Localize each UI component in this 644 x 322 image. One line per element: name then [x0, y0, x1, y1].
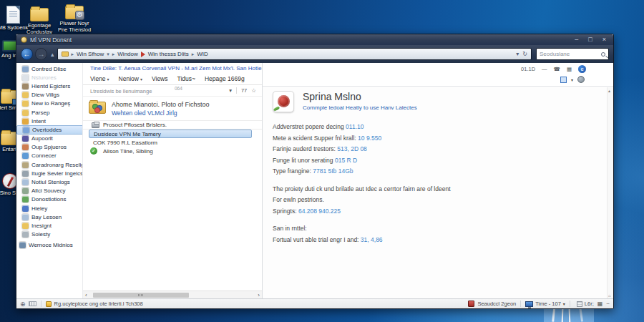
breadcrumb-segment[interactable]: Win Sfhow	[77, 51, 104, 57]
menu-item[interactable]: Viene▾	[90, 75, 109, 82]
sidebar-item[interactable]: Donostlotions	[16, 195, 82, 204]
globe-icon[interactable]	[577, 76, 585, 83]
berry-icon	[278, 95, 290, 107]
vertical-scrollbar[interactable]: ▴ ⌂	[607, 87, 613, 298]
detail-label: Farinje auderd trestors:	[273, 145, 336, 152]
stripes-icon	[29, 301, 36, 306]
tile-icon	[22, 205, 29, 212]
search-input[interactable]: Seoduslane	[536, 48, 609, 60]
scroll-right-icon[interactable]: ›	[258, 292, 260, 298]
close-button[interactable]: ×	[602, 35, 606, 44]
desktop-icon-folder[interactable]: Egontage Condustay	[22, 8, 57, 35]
refresh-icon[interactable]: ↻	[522, 51, 527, 57]
sidebar-item[interactable]: Wernoce Midnios	[16, 241, 82, 250]
menu-item[interactable]: Hepage 1669g	[205, 75, 245, 82]
view-selector-icon[interactable]	[560, 77, 567, 83]
sidebar-item-label: Notiul Steniogs	[31, 179, 70, 185]
scroll-up-icon[interactable]: ▴	[608, 88, 610, 93]
sidebar-item[interactable]: Hieley	[16, 204, 82, 213]
app-tagline-link[interactable]: Commple ledoal Heatly to use Hanv Lalect…	[303, 104, 417, 111]
sidebar-item[interactable]: Allci Souvecy	[16, 187, 82, 195]
folder-chart-icon	[89, 102, 106, 114]
list-item[interactable]: Prosoct Pflosest Brislers.	[83, 120, 262, 130]
up-arrow-icon[interactable]: ▴	[51, 51, 54, 58]
grid-icon[interactable]: ▦	[567, 66, 572, 72]
menu-item[interactable]: Views	[152, 75, 168, 82]
menu-item[interactable]: Tidus~	[177, 75, 195, 82]
warning-icon	[46, 301, 52, 307]
star-icon[interactable]: ☆	[251, 87, 256, 94]
sidebar-item[interactable]: Hientd Egicters	[16, 82, 82, 90]
sidebar-item-label: Caradronarg Reseligit	[31, 162, 87, 168]
sidebar-item[interactable]: Oup Spjueros	[16, 143, 82, 152]
minimize-button[interactable]: –	[575, 35, 578, 44]
calendar-icon[interactable]	[577, 301, 582, 307]
menu-label: Neniow	[119, 75, 139, 82]
sidebar-item[interactable]: Bay Lesoen	[16, 213, 82, 221]
sidebar-item[interactable]: Aupoorlt	[16, 135, 82, 143]
sidebar-item[interactable]: Notiul Steniogs	[16, 177, 82, 186]
phone-icon[interactable]: ☎	[554, 66, 560, 72]
shield-icon	[22, 231, 29, 238]
forward-button[interactable]: →	[35, 48, 47, 60]
sidebar-item[interactable]: Connecer	[16, 152, 82, 160]
app-logo-icon	[273, 91, 294, 112]
chevron-down-icon[interactable]: ▾	[229, 87, 232, 94]
dash-icon[interactable]: —	[542, 66, 547, 72]
sidebar-item-label: Connecer	[31, 152, 57, 159]
list-item[interactable]: ✓ Alison Tline, Slbling	[83, 147, 262, 155]
sidebar-item-label: Inesignt	[31, 223, 52, 229]
control-panel-icon	[22, 66, 29, 72]
clock-icon[interactable]: ⊕	[20, 301, 26, 308]
breadcrumb-segment[interactable]: Window	[117, 51, 137, 57]
title-bar[interactable]: Ml VPN Donsnt – □ ×	[16, 34, 613, 45]
layout-icon[interactable]: ▦	[597, 301, 603, 307]
detail-value: 10 9.550	[358, 135, 381, 142]
sidebar-item[interactable]: Intent	[16, 117, 82, 125]
search-icon[interactable]	[601, 52, 605, 57]
list-item-featured[interactable]: Ahome Mianotci. Ploto of Fichstoo Wehten…	[83, 97, 262, 120]
devices-icon	[22, 83, 29, 89]
detail-label: Mete a scident Supper fnl krall:	[273, 135, 356, 142]
notes-icon	[22, 179, 29, 185]
gear-icon	[22, 170, 29, 177]
breadcrumb[interactable]: ▸ Win Sfhow ▾ ▸ Window Win thesss Dlits …	[57, 48, 532, 60]
divider	[236, 87, 237, 94]
sidebar-item[interactable]: Solesty	[16, 230, 82, 239]
chevron-down-icon[interactable]: ▾	[107, 52, 109, 57]
sidebar-item[interactable]: Diew Villgs	[16, 91, 82, 99]
sidebar-item[interactable]: Contred Dlise	[16, 64, 82, 73]
chevron-down-icon[interactable]: ▾	[571, 77, 573, 82]
list-item-selected[interactable]: Dusidece VPN Me Tamery	[89, 130, 252, 138]
document-icon	[6, 6, 20, 24]
back-button[interactable]: ←	[21, 48, 33, 60]
maximize-button[interactable]: □	[588, 35, 592, 44]
sidebar-item[interactable]: Nsturores	[16, 73, 82, 82]
help-badge[interactable]: e	[578, 65, 586, 73]
sidebar-item[interactable]: Caradronarg Reseligit	[16, 160, 82, 169]
sidebar-item[interactable]: Itugle Sevler Ingelcs	[16, 169, 82, 177]
breadcrumb-segment[interactable]: WID	[197, 51, 208, 57]
menu-item[interactable]: Neniow▾	[119, 75, 142, 82]
horizontal-scrollbar[interactable]: ‹ ›	[83, 291, 262, 298]
chevron-down-icon[interactable]: ▾	[563, 301, 565, 306]
scroll-left-icon[interactable]: ‹	[85, 292, 87, 298]
item-count: 77	[241, 87, 247, 94]
scrollbar-thumb[interactable]	[93, 293, 189, 298]
sidebar-item[interactable]: Inesignt	[16, 221, 82, 230]
breadcrumb-segment[interactable]: Win thesss Dlits	[148, 51, 189, 57]
filter-row: Ltresidwis be llenuimange 064 ▾ 77 ☆	[83, 85, 262, 97]
scroll-home-icon[interactable]: ⌂	[608, 293, 611, 298]
app-name: Sprina Mslno	[303, 91, 417, 102]
status-display-text: Time - 107	[535, 301, 561, 307]
sidebar-item[interactable]: Parsep	[16, 108, 82, 117]
chevron-down-icon[interactable]: ▾	[516, 51, 519, 57]
divider	[41, 301, 42, 307]
detail-label: Funge lit unor serating	[273, 157, 333, 164]
item-link[interactable]: Wehten oled VLMcl Jirlg	[112, 109, 262, 117]
sidebar-item-label: Solesty	[31, 231, 50, 238]
list-item[interactable]: COK 7990 R.L Easatlorm	[83, 138, 262, 147]
sidebar-item-selected[interactable]: Overtoddes	[16, 125, 88, 134]
sidebar-item[interactable]: New io Rangeş	[16, 99, 82, 108]
menu-label: Tidus~	[177, 75, 195, 82]
